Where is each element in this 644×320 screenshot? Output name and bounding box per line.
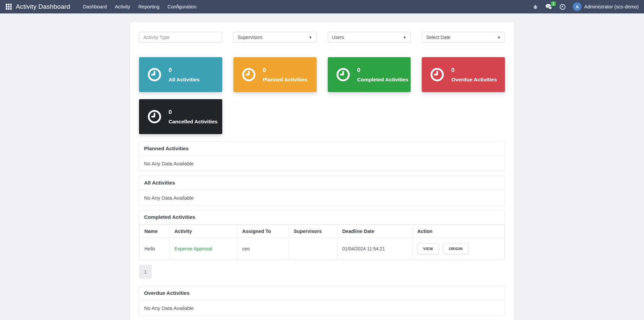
col-deadline-date: Deadline Date bbox=[337, 225, 413, 238]
user-menu[interactable]: A Administrator (scs-demo) bbox=[573, 2, 639, 11]
planned-activities-section: Planned Activities No Any Data Available bbox=[139, 141, 505, 171]
stat-count: 0 bbox=[263, 67, 308, 74]
stat-text: 0 All Activities bbox=[169, 67, 199, 83]
date-select[interactable]: Select Date ▼ bbox=[422, 32, 505, 43]
stat-cards-row: 0 All Activities 0 Planned Activities 0 … bbox=[139, 57, 505, 92]
nav-item-activity[interactable]: Activity bbox=[111, 0, 134, 13]
page-1-button[interactable]: 1 bbox=[139, 265, 152, 279]
username: Administrator (scs-demo) bbox=[584, 4, 639, 9]
supervisors-select[interactable]: Supervisors ▼ bbox=[233, 32, 317, 43]
table-header-row: Name Activity Assigned To Supervisors De… bbox=[140, 225, 505, 238]
stat-card-planned-activities[interactable]: 0 Planned Activities bbox=[233, 57, 317, 92]
stat-text: 0 Planned Activities bbox=[263, 67, 308, 83]
avatar: A bbox=[573, 2, 582, 11]
stat-count: 0 bbox=[169, 109, 218, 116]
stat-label: Cancelled Activities bbox=[169, 119, 218, 125]
cell-name: Hello bbox=[140, 238, 170, 260]
pagination: 1 bbox=[139, 265, 505, 279]
stat-count: 0 bbox=[357, 67, 409, 74]
view-button[interactable]: VIEW bbox=[417, 243, 439, 254]
chevron-down-icon: ▼ bbox=[403, 36, 406, 39]
navbar-right: 1 A Administrator (scs-demo) bbox=[533, 2, 639, 11]
bug-icon[interactable] bbox=[533, 4, 538, 10]
users-select-value: Users bbox=[332, 35, 344, 40]
empty-message: No Any Data Available bbox=[139, 156, 505, 171]
nav-item-reporting[interactable]: Reporting bbox=[134, 0, 164, 13]
empty-message: No Any Data Available bbox=[139, 301, 505, 316]
origin-button[interactable]: ORIGIN bbox=[443, 243, 469, 254]
stat-label: Overdue Activities bbox=[451, 77, 497, 83]
apps-grid-icon[interactable] bbox=[5, 3, 12, 10]
main-nav: Dashboard Activity Reporting Configurati… bbox=[79, 0, 200, 13]
stat-label: All Activities bbox=[169, 77, 199, 83]
dashboard-panel: Supervisors ▼ Users ▼ Select Date ▼ 0 Al… bbox=[130, 22, 514, 320]
col-supervisors: Supervisors bbox=[289, 225, 337, 238]
clock-icon bbox=[147, 67, 162, 82]
supervisors-select-value: Supervisors bbox=[238, 35, 263, 40]
stat-label: Completed Activities bbox=[357, 77, 409, 83]
section-title: Overdue Activities bbox=[139, 286, 505, 301]
chat-icon[interactable]: 1 bbox=[545, 4, 552, 10]
overdue-activities-section: Overdue Activities No Any Data Available bbox=[139, 286, 505, 316]
clock-icon[interactable] bbox=[559, 4, 566, 10]
clock-icon bbox=[336, 67, 351, 82]
cell-activity: Expense Approval bbox=[170, 238, 237, 260]
section-title: All Activities bbox=[139, 176, 505, 190]
top-navbar: Activity Dashboard Dashboard Activity Re… bbox=[0, 0, 644, 13]
stat-card-completed-activities[interactable]: 0 Completed Activities bbox=[328, 57, 411, 92]
stat-card-overdue-activities[interactable]: 0 Overdue Activities bbox=[422, 57, 505, 92]
nav-item-dashboard[interactable]: Dashboard bbox=[79, 0, 111, 13]
all-activities-section: All Activities No Any Data Available bbox=[139, 175, 505, 206]
section-title: Completed Activities bbox=[139, 210, 505, 225]
users-select[interactable]: Users ▼ bbox=[328, 32, 411, 43]
activity-link[interactable]: Expense Approval bbox=[174, 246, 212, 251]
stat-label: Planned Activities bbox=[263, 77, 308, 83]
chat-count-badge: 1 bbox=[551, 1, 556, 6]
cell-assigned-to: ceo bbox=[237, 238, 289, 260]
col-action: Action bbox=[413, 225, 505, 238]
clock-icon bbox=[241, 67, 256, 82]
stat-text: 0 Cancelled Activities bbox=[169, 109, 218, 125]
completed-activities-section: Completed Activities Name Activity Assig… bbox=[139, 210, 505, 260]
stat-card-all-activities[interactable]: 0 All Activities bbox=[139, 57, 222, 92]
col-name: Name bbox=[140, 225, 170, 238]
clock-icon bbox=[430, 67, 445, 82]
stat-count: 0 bbox=[451, 67, 497, 74]
col-activity: Activity bbox=[170, 225, 237, 238]
cell-deadline-date: 01/04/2024 11:54:21 bbox=[337, 238, 413, 260]
date-select-value: Select Date bbox=[426, 35, 450, 40]
chevron-down-icon: ▼ bbox=[309, 36, 312, 39]
table-row: Hello Expense Approval ceo 01/04/2024 11… bbox=[140, 238, 505, 260]
completed-activities-table: Name Activity Assigned To Supervisors De… bbox=[139, 225, 505, 260]
filter-bar: Supervisors ▼ Users ▼ Select Date ▼ bbox=[139, 32, 505, 43]
app-title: Activity Dashboard bbox=[16, 3, 70, 10]
stat-count: 0 bbox=[169, 67, 199, 74]
stat-card-cancelled-activities[interactable]: 0 Cancelled Activities bbox=[139, 99, 222, 134]
section-title: Planned Activities bbox=[139, 142, 505, 156]
col-assigned-to: Assigned To bbox=[237, 225, 289, 238]
stat-cards-row-2: 0 Cancelled Activities bbox=[139, 99, 505, 134]
cell-supervisors bbox=[289, 238, 337, 260]
empty-message: No Any Data Available bbox=[139, 190, 505, 205]
chevron-down-icon: ▼ bbox=[497, 36, 501, 39]
stat-text: 0 Overdue Activities bbox=[451, 67, 497, 83]
nav-item-configuration[interactable]: Configuration bbox=[164, 0, 200, 13]
activity-type-input[interactable] bbox=[139, 32, 222, 43]
stat-text: 0 Completed Activities bbox=[357, 67, 409, 83]
cell-action: VIEW ORIGIN bbox=[413, 238, 505, 260]
clock-icon bbox=[147, 109, 162, 124]
